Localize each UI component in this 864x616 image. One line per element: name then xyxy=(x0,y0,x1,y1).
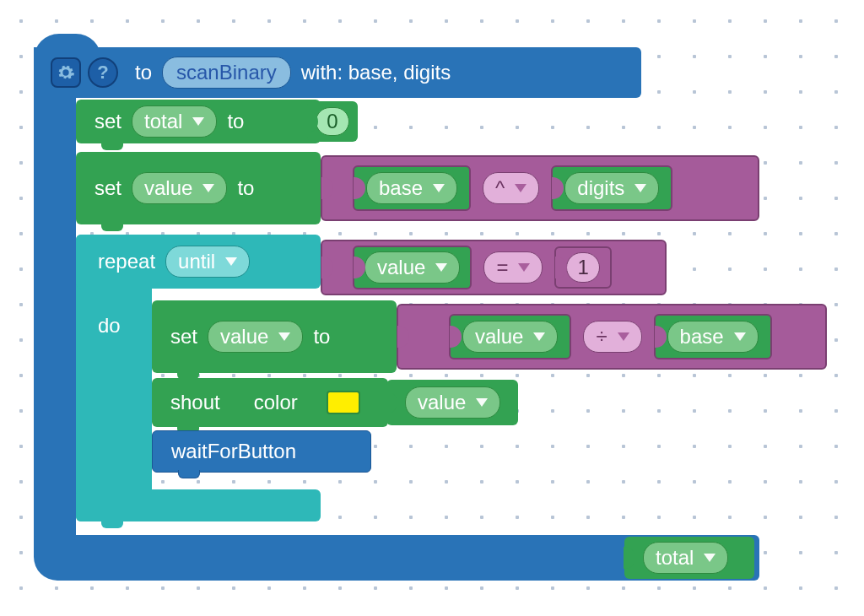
chevron-down-icon xyxy=(704,554,716,562)
return-value[interactable]: total xyxy=(624,537,754,579)
set-value-block[interactable]: set value to xyxy=(76,152,321,224)
var-name: value xyxy=(475,325,523,349)
operand-a[interactable]: value xyxy=(353,246,472,289)
number-input-0[interactable]: 0 xyxy=(307,101,358,142)
var-value-dropdown[interactable]: value xyxy=(364,251,460,284)
chevron-down-icon xyxy=(202,184,214,192)
to-keyword: to xyxy=(135,61,152,84)
set-value-div-block[interactable]: set value to xyxy=(152,300,397,373)
block-notch xyxy=(101,142,123,150)
loop-mode-dropdown[interactable]: until xyxy=(165,246,250,278)
operator-dropdown[interactable]: ^ xyxy=(483,172,539,204)
chevron-down-icon xyxy=(518,263,530,272)
var-name: base xyxy=(680,325,724,349)
loop-frame-bottom xyxy=(76,489,321,521)
chevron-down-icon xyxy=(734,332,746,341)
var-name: value xyxy=(144,176,192,200)
var-value-dropdown[interactable]: value xyxy=(462,321,558,353)
chevron-down-icon xyxy=(515,184,526,192)
set-keyword: set xyxy=(94,110,122,133)
math-div-block[interactable]: value ÷ base xyxy=(397,304,827,370)
chevron-down-icon xyxy=(435,263,447,272)
operator-label: ÷ xyxy=(596,325,607,349)
chevron-down-icon xyxy=(476,398,488,407)
blockly-workspace[interactable]: ? to scanBinary with: base, digits set t… xyxy=(0,0,864,616)
block-notch xyxy=(101,223,123,231)
var-value-dropdown[interactable]: value xyxy=(132,172,227,204)
chevron-down-icon xyxy=(618,332,629,341)
operator-dropdown[interactable]: = xyxy=(483,251,543,284)
set-keyword: set xyxy=(170,325,197,349)
help-icon[interactable]: ? xyxy=(88,57,118,88)
operator-label: = xyxy=(496,256,508,279)
number-value[interactable]: 0 xyxy=(316,107,348,136)
var-name: base xyxy=(379,176,423,200)
to-keyword: to xyxy=(227,110,244,133)
shout-block[interactable]: shout color xyxy=(152,378,388,427)
gear-icon[interactable] xyxy=(51,57,81,88)
var-base-dropdown[interactable]: base xyxy=(366,172,457,204)
var-name: value xyxy=(418,391,466,414)
with-params-label: with: base, digits xyxy=(301,61,451,84)
wait-for-button-block[interactable]: waitForButton xyxy=(152,430,371,473)
operand-b[interactable]: digits xyxy=(551,165,672,211)
to-keyword: to xyxy=(237,176,254,200)
repeat-until-block[interactable]: repeat until xyxy=(76,235,321,289)
do-label: do xyxy=(76,304,152,348)
mode-label: until xyxy=(178,250,215,273)
shout-arg[interactable]: value xyxy=(386,380,518,425)
var-total-dropdown[interactable]: total xyxy=(132,105,217,138)
function-header-block[interactable]: ? to scanBinary with: base, digits xyxy=(34,47,641,98)
operand-a[interactable]: base xyxy=(353,165,471,211)
chevron-down-icon xyxy=(278,332,290,341)
math-pow-block[interactable]: base ^ digits xyxy=(321,155,759,221)
color-swatch[interactable] xyxy=(327,391,360,414)
set-keyword: set xyxy=(94,176,122,200)
wait-keyword: waitForButton xyxy=(171,440,296,463)
function-frame-left xyxy=(34,47,76,570)
chevron-down-icon xyxy=(634,184,646,192)
to-keyword: to xyxy=(313,325,330,349)
var-value-dropdown[interactable]: value xyxy=(405,386,500,419)
chevron-down-icon xyxy=(533,332,545,341)
operator-label: ^ xyxy=(495,176,505,200)
compare-block[interactable]: value = 1 xyxy=(321,240,667,295)
number-value[interactable]: 1 xyxy=(566,252,599,283)
var-name: value xyxy=(220,325,268,349)
var-name: value xyxy=(377,256,425,279)
block-notch xyxy=(178,470,200,478)
operand-b[interactable]: base xyxy=(654,314,772,359)
chevron-down-icon xyxy=(192,117,204,126)
chevron-down-icon xyxy=(225,257,237,266)
var-name: total xyxy=(144,110,182,133)
function-name-input[interactable]: scanBinary xyxy=(162,57,291,89)
chevron-down-icon xyxy=(433,184,445,192)
block-notch xyxy=(101,520,123,528)
var-total-dropdown[interactable]: total xyxy=(643,542,728,574)
color-keyword: color xyxy=(254,391,298,414)
repeat-keyword: repeat xyxy=(98,250,155,273)
set-total-block[interactable]: set total to xyxy=(76,100,321,143)
var-base-dropdown[interactable]: base xyxy=(667,321,759,353)
var-digits-dropdown[interactable]: digits xyxy=(564,172,659,204)
operator-dropdown[interactable]: ÷ xyxy=(583,321,641,353)
operand-b[interactable]: 1 xyxy=(554,246,611,289)
shout-keyword: shout xyxy=(170,391,220,414)
operand-a[interactable]: value xyxy=(449,314,571,359)
var-name: total xyxy=(656,546,694,570)
var-name: digits xyxy=(577,176,624,200)
var-value-dropdown[interactable]: value xyxy=(208,321,303,353)
